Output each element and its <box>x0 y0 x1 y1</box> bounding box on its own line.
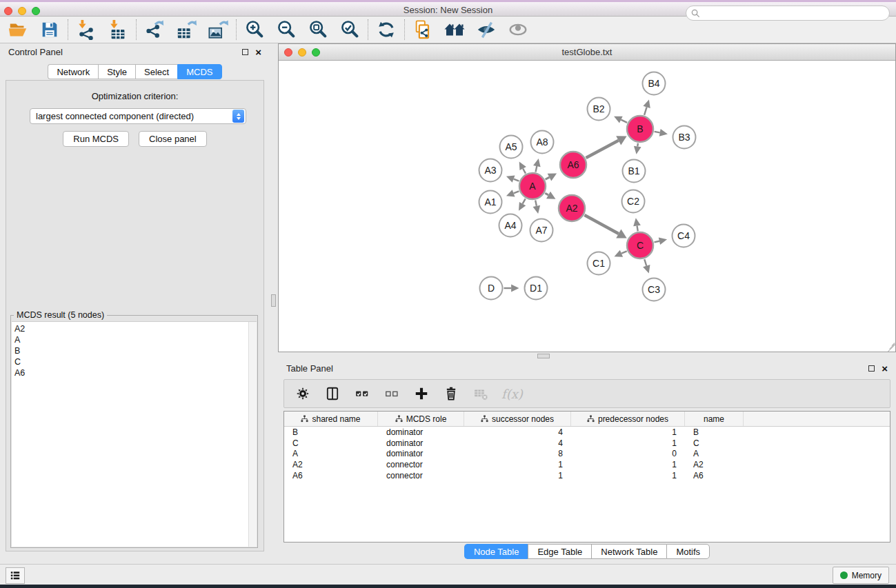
graph-edge-B-B2[interactable] <box>621 120 627 123</box>
zoom-out-button[interactable] <box>274 18 299 41</box>
search-box[interactable] <box>686 6 890 21</box>
graph-edge-C-C1[interactable] <box>621 251 627 253</box>
import-table-button[interactable] <box>106 18 130 41</box>
delete-row-button[interactable] <box>442 385 460 403</box>
import-network-button[interactable] <box>74 18 99 41</box>
graph-edge-A-A7[interactable] <box>535 201 537 206</box>
resize-grip[interactable] <box>885 341 895 351</box>
control-panel-tabs: NetworkStyleSelectMCDS <box>0 64 270 79</box>
refresh-button[interactable] <box>374 18 399 41</box>
zoom-fit-icon <box>308 19 328 40</box>
tab-mcds[interactable]: MCDS <box>177 64 221 79</box>
delete-table-icon <box>473 386 488 401</box>
table-cell: 1 <box>571 460 685 469</box>
hide-eye-button[interactable] <box>474 18 499 41</box>
settings-gear-button[interactable] <box>294 385 312 403</box>
mcds-result-item[interactable]: A <box>14 334 246 345</box>
memory-button[interactable]: Memory <box>833 567 889 584</box>
tab-style[interactable]: Style <box>98 64 135 79</box>
duplicate-network-button[interactable] <box>410 18 435 41</box>
close-panel-button[interactable]: Close panel <box>139 131 207 147</box>
graph-node-label-C: C <box>637 240 644 251</box>
deselect-all-button[interactable] <box>383 385 401 403</box>
tab-network-table[interactable]: Network Table <box>591 544 666 559</box>
column-header-predecessor-nodes[interactable]: predecessor nodes <box>571 412 685 426</box>
graph-edge-C-C3[interactable] <box>644 259 646 266</box>
eye-button[interactable] <box>506 18 530 41</box>
table-row[interactable]: Bdominator41B <box>284 427 890 438</box>
tab-edge-table[interactable]: Edge Table <box>528 544 591 559</box>
graph-edge-B-B3[interactable] <box>655 132 660 133</box>
export-network-button[interactable] <box>142 18 167 41</box>
export-image-button[interactable] <box>206 18 230 41</box>
mcds-result-list[interactable]: A2ABCA6 <box>12 321 257 547</box>
tab-node-table[interactable]: Node Table <box>464 544 528 559</box>
mcds-result-item[interactable]: A2 <box>14 323 246 334</box>
graph-edge-A2-C[interactable] <box>584 215 618 234</box>
export-table-button[interactable] <box>174 18 199 41</box>
import-table-icon <box>108 19 128 40</box>
select-all-button[interactable] <box>353 385 371 403</box>
mcds-result-item[interactable]: C <box>14 356 246 367</box>
graph-edge-A-A3[interactable] <box>514 179 519 181</box>
network-window-titlebar[interactable]: testGlobe.txt <box>279 44 895 61</box>
graph-edge-A6-B[interactable] <box>586 141 619 158</box>
hide-eye-icon <box>476 19 497 40</box>
graph-edge-B-B4[interactable] <box>644 107 646 115</box>
graph-edge-A-A5[interactable] <box>523 169 526 174</box>
float-panel-icon[interactable] <box>242 49 248 55</box>
tab-network[interactable]: Network <box>48 64 98 79</box>
columns-icon <box>325 386 340 401</box>
graph-node-label-C2: C2 <box>627 196 639 207</box>
graph-edge-A-A2[interactable] <box>545 193 548 195</box>
graph-edge-A-A4[interactable] <box>523 199 526 203</box>
graph-node-label-D1: D1 <box>530 283 542 294</box>
mcds-result-item[interactable]: B <box>14 345 246 356</box>
criterion-dropdown-value: largest connected component (directed) <box>30 111 232 121</box>
list-scrollbar[interactable] <box>248 322 257 547</box>
column-header-name[interactable]: name <box>685 412 744 426</box>
horizontal-split-handle[interactable] <box>537 354 550 358</box>
table-cell: dominator <box>378 449 464 458</box>
graph-edge-A-A8[interactable] <box>535 166 537 172</box>
tab-select[interactable]: Select <box>135 64 177 79</box>
network-graph[interactable]: B4B2BB3A8A5A6A3B1AC2A1A2A4A7C4CC1C3DD1 <box>279 61 895 352</box>
criterion-dropdown[interactable]: largest connected component (directed) <box>30 108 246 124</box>
column-header-successor-nodes[interactable]: successor nodes <box>464 412 571 426</box>
graph-node-label-D: D <box>488 283 495 294</box>
tab-motifs[interactable]: Motifs <box>666 544 710 559</box>
graph-edge-A-A1[interactable] <box>514 191 519 193</box>
open-file-button[interactable] <box>6 18 30 41</box>
run-mcds-button[interactable]: Run MCDS <box>63 131 129 147</box>
table-row[interactable]: A6connector11A6 <box>284 470 890 481</box>
close-panel-icon[interactable]: × <box>255 49 261 55</box>
graph-edge-arrow <box>511 285 519 292</box>
close-table-panel-icon[interactable]: × <box>882 365 888 372</box>
vertical-split-handle[interactable] <box>271 294 276 307</box>
node-table[interactable]: shared nameMCDS rolesuccessor nodesprede… <box>283 411 890 543</box>
table-toolbar: f(x) <box>283 379 890 408</box>
zoom-selected-button[interactable] <box>337 18 362 41</box>
search-input[interactable] <box>701 7 889 19</box>
table-row[interactable]: Adominator80A <box>284 448 890 459</box>
graph-edge-B-B1[interactable] <box>637 143 638 147</box>
zoom-in-button[interactable] <box>242 18 267 41</box>
tree-icon <box>587 415 595 423</box>
add-row-button[interactable] <box>412 385 430 403</box>
save-button[interactable] <box>37 18 62 41</box>
column-header-MCDS-role[interactable]: MCDS role <box>378 412 464 426</box>
float-table-panel-icon[interactable] <box>868 365 875 372</box>
table-row[interactable]: A2connector11A2 <box>284 459 890 470</box>
network-canvas[interactable]: B4B2BB3A8A5A6A3B1AC2A1A2A4A7C4CC1C3DD1 <box>279 61 895 352</box>
graph-edge-C-C2[interactable] <box>637 225 638 231</box>
column-header-shared-name[interactable]: shared name <box>284 412 378 426</box>
graph-edge-A-A6[interactable] <box>546 177 550 179</box>
table-cell: A6 <box>284 471 378 480</box>
task-history-button[interactable] <box>6 567 25 584</box>
table-row[interactable]: Cdominator41C <box>284 438 890 449</box>
graph-edge-C-C4[interactable] <box>654 241 659 243</box>
zoom-fit-button[interactable] <box>306 18 330 41</box>
mcds-result-item[interactable]: A6 <box>14 367 246 378</box>
columns-button[interactable] <box>323 385 341 403</box>
houses-button[interactable] <box>442 18 467 41</box>
